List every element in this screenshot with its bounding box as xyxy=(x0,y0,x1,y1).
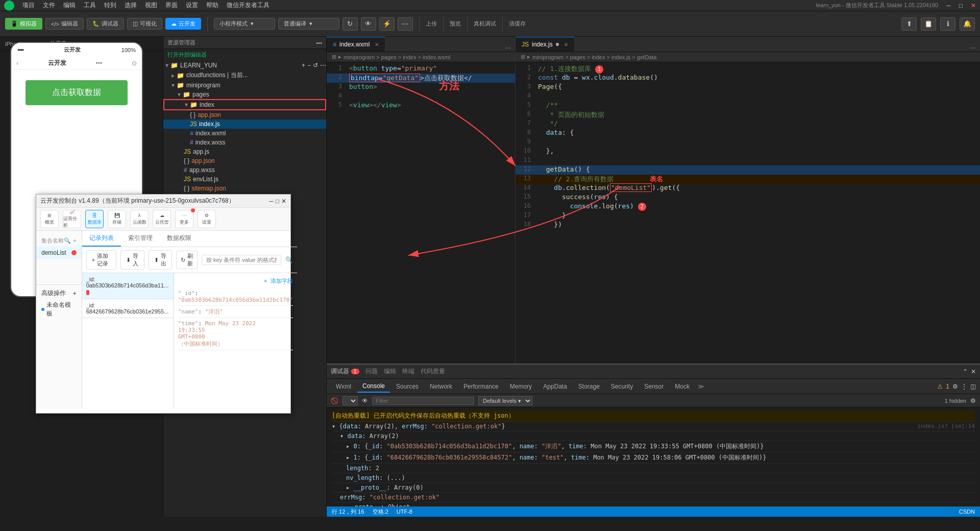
level-selector[interactable]: Default levels ▾ xyxy=(478,396,532,405)
add-field-btn[interactable]: + 添加字段 xyxy=(264,277,293,285)
source-ref[interactable]: index.js? [sm]:14 xyxy=(917,423,975,429)
dt-performance[interactable]: Performance xyxy=(458,381,504,392)
dt-more-btn[interactable]: ⋮ xyxy=(961,383,967,390)
message-btn[interactable]: 🔔 xyxy=(960,17,975,31)
add-collection-icon[interactable]: + xyxy=(73,237,76,244)
dt-more-icon[interactable]: ≫ xyxy=(698,383,704,390)
cc-maximize[interactable]: □ xyxy=(276,198,279,205)
record-1[interactable]: _id: 0ab5303b628b714c056d3ba11... xyxy=(82,273,174,299)
dt-mock[interactable]: Mock xyxy=(670,381,695,392)
menu-item-tools[interactable]: 工具 xyxy=(84,1,96,10)
expand-arrow[interactable]: ▾ xyxy=(332,423,335,430)
refresh-db-btn[interactable]: ↻ 刷新 xyxy=(176,251,198,269)
cc-permissions-tab[interactable]: 数据权限 xyxy=(160,231,199,247)
search-icon[interactable]: 🔍 xyxy=(64,237,71,244)
tree-app-wxss[interactable]: # app.wxss xyxy=(163,165,326,175)
menu-item-help[interactable]: 帮助 xyxy=(206,1,218,10)
cc-overview-btn[interactable]: ⊞ 概览 xyxy=(40,210,59,228)
js-tab[interactable]: JS index.js ✕ xyxy=(516,37,575,52)
cc-hosting-btn[interactable]: ☁ 云托管 xyxy=(153,210,171,228)
tree-envlist[interactable]: JS envList.js xyxy=(163,175,326,184)
add-icon-2[interactable]: + xyxy=(73,290,77,297)
dt-appdata[interactable]: AppData xyxy=(538,381,572,392)
version-btn[interactable]: 📋 xyxy=(921,17,936,31)
filter-input[interactable] xyxy=(372,397,474,405)
cc-analytics-btn[interactable]: 📈 运营分析 xyxy=(63,210,81,228)
cloud-btn[interactable]: ☁ 云开发 xyxy=(165,18,201,30)
tree-app-json[interactable]: { } app.json xyxy=(163,110,326,119)
refresh-tree-icon[interactable]: ↺ xyxy=(313,62,318,69)
cc-records-tab[interactable]: 记录列表 xyxy=(82,231,121,247)
add-record-btn[interactable]: + 添加记录 xyxy=(86,250,117,270)
clear-console-icon[interactable]: 🚫 xyxy=(331,397,338,404)
menu-item-view[interactable]: 视图 xyxy=(145,1,157,10)
problem-tab[interactable]: 问题 xyxy=(365,367,378,376)
dt-panel-icon[interactable]: ◫ xyxy=(970,383,976,390)
tree-miniprogram[interactable]: ▾ 📁 miniprogram xyxy=(163,81,326,90)
console-output-0[interactable]: ▾ {data: Array(2), errMsg: "collection.g… xyxy=(332,422,975,431)
left-code-editor[interactable]: 1 <button type="primary" 2 bindtap="getD… xyxy=(327,62,515,364)
preview-icon-btn[interactable]: 👁 xyxy=(361,17,376,31)
tree-cloudfunctions[interactable]: ▸ 📁 cloudfunctions | 当前... xyxy=(163,70,326,81)
devtools-expand-icon[interactable]: ⌃ xyxy=(963,368,968,375)
cc-settings-btn[interactable]: ⚙ 设置 xyxy=(198,210,216,228)
search-icon-2[interactable]: 🔍 xyxy=(285,256,293,263)
wxml-tab-close[interactable]: ✕ xyxy=(375,42,379,47)
cc-functions-btn[interactable]: λ 云函数 xyxy=(130,210,149,228)
cc-database-btn[interactable]: 🗄 数据库 xyxy=(85,210,104,228)
cc-minimize[interactable]: ─ xyxy=(269,198,274,205)
dt-network[interactable]: Network xyxy=(425,381,457,392)
cc-close[interactable]: ✕ xyxy=(281,198,286,205)
remote-debug-btn[interactable]: ⚡ xyxy=(379,17,395,31)
expand-proto[interactable]: ▸ xyxy=(346,484,350,491)
edit-tab[interactable]: 编辑 xyxy=(384,367,396,376)
menu-item-wxdevtools[interactable]: 微信开发者工具 xyxy=(227,1,270,10)
sim-get-data-btn[interactable]: 点击获取数据 xyxy=(26,80,128,105)
settings-icon-2[interactable]: ⚙ xyxy=(970,397,976,404)
record-2[interactable]: _id: 68426679628b76cb0361e2955... xyxy=(82,299,174,318)
menu-item-select[interactable]: 选择 xyxy=(125,1,137,10)
dt-storage[interactable]: Storage xyxy=(573,381,605,392)
dt-security[interactable]: Security xyxy=(606,381,638,392)
tree-index-js[interactable]: JS index.js xyxy=(163,119,326,129)
expand-data[interactable]: ▾ xyxy=(340,432,344,440)
debugger-tab[interactable]: 调试器 xyxy=(331,367,349,376)
split-icon[interactable]: ⋯ xyxy=(505,44,511,52)
window-minimize[interactable]: ─ xyxy=(946,2,951,9)
explorer-more-icon[interactable]: ••• xyxy=(316,40,322,46)
upload-btn[interactable]: ⬆ xyxy=(901,17,917,31)
expand-0[interactable]: ▸ xyxy=(346,443,350,450)
cc-index-tab[interactable]: 索引管理 xyxy=(121,231,160,247)
dt-console[interactable]: Console xyxy=(357,380,390,393)
tree-app-json2[interactable]: { } app.json xyxy=(163,156,326,165)
devtools-close-icon[interactable]: ✕ xyxy=(971,368,976,375)
tree-index-wxml[interactable]: ≡ index.wxml xyxy=(163,129,326,138)
add-icon[interactable]: + xyxy=(302,62,305,69)
more-btn[interactable]: ⋯ xyxy=(398,17,413,31)
window-maximize[interactable]: □ xyxy=(959,2,963,9)
tree-app-js[interactable]: JS app.js xyxy=(163,147,326,156)
compile-dropdown[interactable]: 普通编译 ▾ xyxy=(278,18,339,30)
dt-sensor[interactable]: Sensor xyxy=(639,381,669,392)
menu-item-settings[interactable]: 设置 xyxy=(186,1,198,10)
debugger-btn[interactable]: 🐛 调试器 xyxy=(87,18,124,30)
unnamed-template[interactable]: 未命名模板 xyxy=(41,301,77,318)
eye-icon[interactable]: 👁 xyxy=(362,397,368,404)
visualize-btn[interactable]: ◫ 可视化 xyxy=(127,18,162,30)
dt-sources[interactable]: Sources xyxy=(391,381,424,392)
more-tree-icon[interactable]: ⋯ xyxy=(320,62,326,69)
wxml-tab[interactable]: ≡ index.wxml ✕ xyxy=(327,37,385,52)
menu-item-file[interactable]: 文件 xyxy=(43,1,55,10)
refresh-btn[interactable]: ↻ xyxy=(342,17,358,31)
quality-tab[interactable]: 代码质量 xyxy=(421,367,445,376)
tree-index-folder[interactable]: ▾ 📁 index xyxy=(163,99,326,110)
menu-item-edit[interactable]: 编辑 xyxy=(63,1,76,10)
dt-wxml[interactable]: Wxml xyxy=(331,381,356,392)
editor-btn[interactable]: </> 编辑器 xyxy=(45,18,84,30)
menu-item-project[interactable]: 项目 xyxy=(22,1,35,10)
right-code-editor[interactable]: 1 // 1.连接数据库 1 2 const db = wx.cloud.dat… xyxy=(516,62,980,364)
advanced-ops-btn[interactable]: 高级操作 + xyxy=(41,289,77,298)
export-btn[interactable]: ⬆ 导出 xyxy=(149,250,172,270)
simulator-btn[interactable]: 📱 模拟器 xyxy=(5,18,42,30)
dt-memory[interactable]: Memory xyxy=(505,381,537,392)
